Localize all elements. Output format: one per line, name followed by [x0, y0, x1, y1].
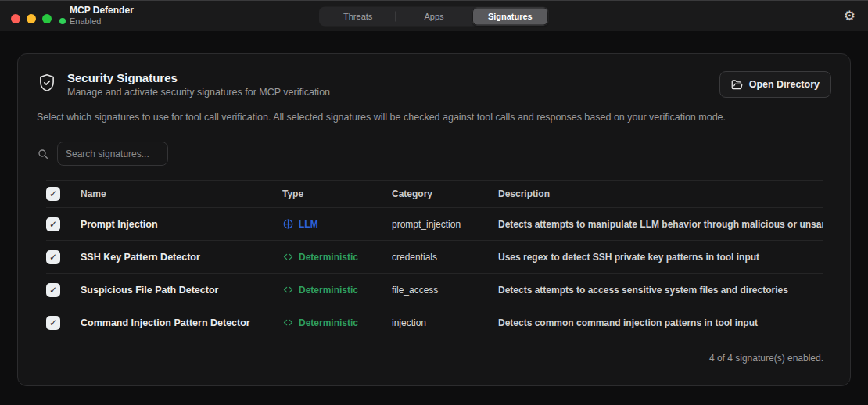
tab-bar: Threats Apps Signatures: [319, 6, 549, 26]
llm-icon: [282, 218, 294, 230]
row-checkbox[interactable]: ✓: [46, 250, 60, 264]
signature-name: Suspicious File Path Detector: [81, 285, 282, 296]
tab-signatures[interactable]: Signatures: [472, 7, 548, 25]
signature-type: Deterministic: [299, 317, 358, 328]
signatures-table: ✓ Name Type Category Description ✓ Promp…: [46, 180, 823, 339]
signature-type: Deterministic: [299, 252, 358, 263]
traffic-lights: [11, 14, 52, 23]
signature-category: injection: [392, 317, 498, 328]
open-directory-label: Open Directory: [749, 79, 820, 90]
gear-icon[interactable]: ⚙: [842, 8, 857, 24]
signature-description: Uses regex to detect SSH private key pat…: [498, 252, 823, 263]
close-button[interactable]: [11, 14, 20, 23]
panel-subtitle: Manage and activate security signatures …: [67, 87, 330, 98]
table-row: ✓ SSH Key Pattern Detector Deterministic…: [46, 241, 823, 274]
column-header-category: Category: [392, 188, 498, 199]
enabled-status-label: Enabled: [70, 16, 101, 27]
signature-name: SSH Key Pattern Detector: [81, 252, 282, 263]
shield-check-icon: [37, 73, 57, 93]
signature-category: credentials: [392, 252, 498, 263]
column-header-name: Name: [81, 188, 282, 199]
open-directory-button[interactable]: Open Directory: [719, 71, 831, 98]
enabled-count-label: 4 of 4 signature(s) enabled.: [37, 353, 831, 364]
signature-type: LLM: [299, 219, 318, 230]
signature-category: file_access: [392, 285, 498, 296]
row-checkbox[interactable]: ✓: [46, 316, 60, 330]
code-icon: [282, 251, 294, 263]
signature-name: Prompt Injection: [81, 219, 282, 230]
app-title: MCP Defender: [70, 5, 134, 16]
signature-type: Deterministic: [299, 285, 358, 296]
signature-description: Detects attempts to manipulate LLM behav…: [498, 219, 823, 230]
table-row: ✓ Suspicious File Path Detector Determin…: [46, 274, 823, 306]
select-all-checkbox[interactable]: ✓: [46, 187, 60, 201]
search-icon: [37, 148, 49, 160]
signature-description: Detects common command injection pattern…: [498, 317, 823, 328]
column-header-type: Type: [282, 188, 392, 199]
signature-category: prompt_injection: [392, 219, 498, 230]
enabled-status-dot-icon: [59, 18, 66, 24]
panel-title: Security Signatures: [67, 71, 330, 84]
zoom-button[interactable]: [42, 14, 52, 23]
security-signatures-panel: Security Signatures Manage and activate …: [17, 53, 851, 386]
code-icon: [282, 317, 294, 328]
folder-open-icon: [731, 79, 743, 91]
main-content: Security Signatures Manage and activate …: [0, 31, 868, 386]
signature-name: Command Injection Pattern Detector: [81, 317, 282, 328]
panel-intro-text: Select which signatures to use for tool …: [37, 112, 831, 123]
search-input[interactable]: [57, 142, 168, 166]
tab-threats[interactable]: Threats: [320, 7, 396, 25]
minimize-button[interactable]: [27, 14, 36, 23]
row-checkbox[interactable]: ✓: [46, 283, 60, 297]
table-header-row: ✓ Name Type Category Description: [46, 180, 823, 208]
signature-description: Detects attempts to access sensitive sys…: [498, 285, 823, 296]
row-checkbox[interactable]: ✓: [46, 217, 60, 231]
titlebar: MCP Defender Enabled Threats Apps Signat…: [0, 0, 868, 31]
tab-apps[interactable]: Apps: [396, 7, 472, 25]
table-row: ✓ Prompt Injection LLM prompt_injection …: [46, 208, 823, 241]
code-icon: [282, 284, 294, 296]
column-header-description: Description: [498, 188, 823, 199]
app-title-block: MCP Defender Enabled: [59, 5, 134, 26]
table-row: ✓ Command Injection Pattern Detector Det…: [46, 306, 823, 339]
